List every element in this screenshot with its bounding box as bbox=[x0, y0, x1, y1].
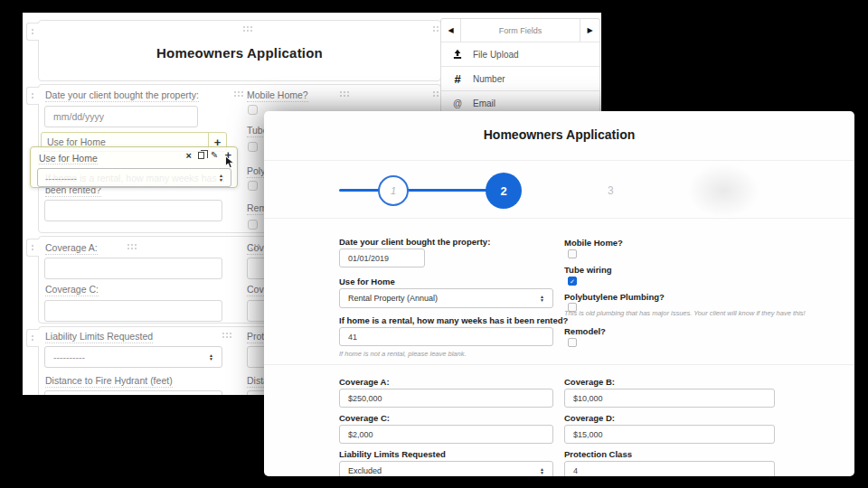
panel-item-label: File Upload bbox=[473, 50, 519, 60]
drag-handle-icon[interactable] bbox=[433, 91, 435, 93]
drag-handle-icon[interactable] bbox=[222, 333, 224, 334]
form-fields-header: ◀ Form Fields ▶ bbox=[441, 19, 599, 42]
step-3-indicator[interactable]: 3 bbox=[608, 184, 614, 197]
protection-class-label: Protection Class bbox=[564, 449, 632, 459]
rental-weeks-input[interactable] bbox=[44, 200, 222, 221]
panel-item-label: Email bbox=[473, 99, 495, 108]
coverage-c-input[interactable]: $2,000 bbox=[339, 425, 553, 444]
panel-item-label: Number bbox=[473, 74, 505, 84]
panel-item-number[interactable]: # Number bbox=[441, 66, 599, 90]
section-drag-tab[interactable] bbox=[26, 23, 39, 41]
panel-item-file-upload[interactable]: File Upload bbox=[441, 42, 599, 66]
polybutylene-label: Polybutylene Plumbing? bbox=[564, 292, 665, 302]
remodel-label: Remodel? bbox=[564, 326, 606, 336]
rental-weeks-input[interactable]: 41 bbox=[339, 327, 553, 346]
duplicate-field-icon[interactable] bbox=[198, 152, 204, 159]
drag-handle-icon bbox=[32, 93, 33, 95]
use-for-home-select[interactable]: Rental Property (Annual) ▲▼ bbox=[339, 288, 553, 308]
divider bbox=[264, 218, 854, 219]
tube-wiring-checkbox[interactable]: ✓ bbox=[568, 277, 577, 286]
tube-wiring-checkbox[interactable] bbox=[248, 142, 258, 152]
rental-weeks-label: If home is a rental, how many weeks has … bbox=[339, 315, 568, 325]
liability-limits-label[interactable]: Liability Limits Requested bbox=[45, 331, 153, 342]
mobile-home-label[interactable]: Mobile Home? bbox=[247, 89, 428, 100]
panel-title: Form Fields bbox=[461, 19, 580, 42]
step-2-indicator[interactable]: 2 bbox=[486, 173, 522, 209]
form-preview-window: Homeowners Application 1 2 3 Date your c… bbox=[264, 111, 854, 476]
divider bbox=[264, 364, 854, 365]
drag-handle-icon[interactable] bbox=[243, 26, 245, 28]
date-field-input[interactable]: mm/dd/yyyy bbox=[44, 106, 198, 127]
section-drag-tab[interactable] bbox=[26, 239, 39, 257]
panel-prev-button[interactable]: ◀ bbox=[441, 19, 461, 42]
hydrant-distance-input[interactable] bbox=[44, 390, 222, 395]
drag-handle-icon bbox=[32, 245, 33, 247]
section-drag-tab[interactable] bbox=[26, 329, 39, 347]
drag-handle-icon[interactable] bbox=[127, 244, 129, 246]
use-for-home-label: Use for Home bbox=[339, 277, 395, 286]
builder-section-title[interactable]: Homeowners Application bbox=[38, 20, 441, 81]
coverage-a-label: Coverage A: bbox=[339, 377, 390, 387]
delete-field-icon[interactable]: × bbox=[186, 151, 192, 160]
coverage-d-input[interactable]: $15,000 bbox=[564, 425, 775, 444]
coverage-c-label[interactable]: Coverage C: bbox=[45, 284, 99, 295]
upload-icon bbox=[451, 49, 464, 60]
ghost-watermark bbox=[687, 164, 760, 218]
check-icon: ✓ bbox=[570, 278, 575, 285]
divider bbox=[264, 160, 854, 161]
form-fields-panel: ◀ Form Fields ▶ File Upload # Number @ E… bbox=[440, 18, 600, 116]
select-spinner-icon: ▲▼ bbox=[209, 353, 213, 361]
drag-handle-icon[interactable] bbox=[234, 91, 236, 93]
coverage-c-label: Coverage C: bbox=[339, 413, 390, 423]
mobile-home-checkbox[interactable] bbox=[248, 105, 258, 115]
rental-help-text: If home is not a rental, please leave bl… bbox=[339, 350, 467, 358]
date-field-label[interactable]: Date your client bought the property: bbox=[45, 89, 199, 100]
date-label: Date your client bought the property: bbox=[339, 237, 490, 247]
mobile-home-label: Mobile Home? bbox=[564, 238, 623, 248]
video-frame: Homeowners Application Date your client … bbox=[0, 0, 868, 488]
preview-form-title: Homeowners Application bbox=[264, 127, 854, 142]
coverage-a-label[interactable]: Coverage A: bbox=[45, 242, 98, 253]
liability-limits-select[interactable]: Excluded ▲▼ bbox=[339, 461, 553, 476]
polybutylene-help-text: This is old plumbing that has major issu… bbox=[564, 309, 835, 317]
section-drag-tab[interactable] bbox=[26, 87, 39, 105]
panel-next-button[interactable]: ▶ bbox=[580, 19, 599, 42]
polybutylene-checkbox[interactable] bbox=[248, 181, 258, 191]
select-spinner-icon: ▲▼ bbox=[219, 174, 223, 182]
edit-field-icon[interactable]: ✎ bbox=[211, 151, 218, 160]
coverage-d-label: Coverage D: bbox=[564, 413, 615, 423]
remodel-checkbox[interactable] bbox=[568, 338, 577, 347]
coverage-b-input[interactable]: $10,000 bbox=[564, 389, 775, 408]
tube-wiring-label: Tube wiring bbox=[564, 265, 612, 275]
coverage-b-label: Coverage B: bbox=[564, 377, 615, 387]
protection-class-input[interactable]: 4 bbox=[564, 461, 775, 476]
coverage-a-input[interactable] bbox=[44, 258, 222, 279]
hash-icon: # bbox=[451, 72, 464, 86]
drag-handle-icon[interactable] bbox=[433, 26, 435, 28]
liability-limits-label: Liability Limits Requested bbox=[339, 449, 446, 459]
remodel-checkbox[interactable] bbox=[248, 220, 258, 230]
field-editor-select[interactable]: ---------- ▲▼ bbox=[37, 168, 231, 187]
date-input[interactable]: 01/01/2019 bbox=[339, 249, 425, 267]
coverage-a-input[interactable]: $250,000 bbox=[339, 389, 553, 408]
field-editor-title: Use for Home bbox=[39, 153, 98, 164]
mouse-cursor-icon bbox=[224, 155, 235, 173]
stepper-progress-line bbox=[339, 189, 504, 192]
builder-form-title[interactable]: Homeowners Application bbox=[39, 45, 440, 61]
hydrant-distance-label[interactable]: Distance to Fire Hydrant (feet) bbox=[45, 375, 173, 386]
field-editor-popover[interactable]: Use for Home × ✎ + ---------- ▲▼ bbox=[30, 146, 238, 188]
drag-handle-icon bbox=[32, 29, 33, 31]
mobile-home-checkbox[interactable] bbox=[568, 249, 577, 258]
at-icon: @ bbox=[451, 99, 464, 108]
coverage-c-input[interactable] bbox=[44, 300, 222, 322]
step-1-indicator[interactable]: 1 bbox=[378, 175, 409, 206]
drag-handle-icon bbox=[32, 335, 33, 337]
select-spinner-icon: ▲▼ bbox=[540, 467, 544, 475]
liability-limits-select[interactable]: ---------- ▲▼ bbox=[44, 346, 222, 368]
select-spinner-icon: ▲▼ bbox=[540, 295, 544, 303]
